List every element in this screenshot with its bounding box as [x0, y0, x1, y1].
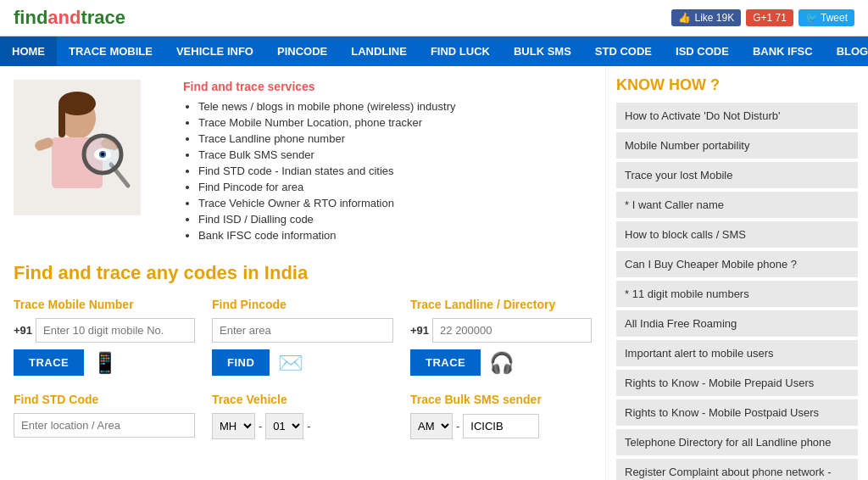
sidebar-link-item[interactable]: Trace your lost Mobile: [616, 162, 858, 188]
pincode-input[interactable]: [212, 318, 393, 343]
mobile-input-row: +91: [14, 318, 195, 343]
fb-icon: 👍: [678, 12, 691, 24]
landline-input-row: +91: [410, 318, 592, 343]
std-input-row: [14, 413, 195, 438]
content-area: Find and trace services Tele news / blog…: [0, 66, 605, 480]
woman-illustration: [14, 80, 141, 215]
logo-and: and: [47, 7, 81, 28]
nav-item-bank-ifsc[interactable]: BANK IFSC: [741, 36, 825, 66]
sidebar-link-item[interactable]: * I want Caller name: [616, 192, 858, 218]
hero-bullet-item: Find Pincode for area: [198, 181, 455, 193]
bulk-divider: -: [456, 420, 459, 433]
gplus-label: G+1 71: [753, 12, 787, 24]
hero-bullet-item: Trace Mobile Number Location, phone trac…: [198, 116, 455, 129]
bulk-prefix-select[interactable]: AM: [410, 413, 453, 439]
nav-item-bulk-sms[interactable]: BULK SMS: [502, 36, 583, 66]
sidebar-title: KNOW HOW ?: [616, 76, 858, 94]
bulk-sender-input[interactable]: [463, 414, 539, 438]
sidebar-link-item[interactable]: Telephone Directory for all Landline pho…: [616, 429, 858, 455]
trace-mobile-tool: Trace Mobile Number +91 TRACE 📱: [14, 298, 195, 376]
nav-item-home[interactable]: HOME: [0, 36, 57, 66]
pincode-input-row: [212, 318, 393, 343]
landline-btn-row: TRACE 🎧: [410, 349, 592, 376]
nav-item-isd-code[interactable]: ISD CODE: [664, 36, 741, 66]
nav-item-pincode[interactable]: PINCODE: [265, 36, 339, 66]
landline-prefix: +91: [410, 324, 429, 337]
social-buttons: 👍 Like 19K G+1 71 🐦 Tweet: [671, 9, 854, 26]
hero-bullet-item: Bank IFSC code information: [198, 229, 455, 242]
sidebar-link-item[interactable]: How to Activate 'Do Not Disturb': [616, 103, 858, 129]
sidebar-link-item[interactable]: All India Free Roaming: [616, 310, 858, 337]
tweet-icon: 🐦: [805, 12, 818, 24]
std-code-tool: Find STD Code: [14, 393, 195, 446]
facebook-like-button[interactable]: 👍 Like 19K: [671, 9, 741, 26]
logo-trace: trace: [81, 7, 125, 28]
hero-bullet-item: Trace Landline phone number: [198, 132, 455, 145]
nav-item-find-luck[interactable]: FIND LUCK: [419, 36, 502, 66]
landline-input[interactable]: [432, 318, 592, 343]
main-content: Find and trace services Tele news / blog…: [0, 66, 868, 480]
vehicle-input-row: MH - 01 -: [212, 413, 393, 439]
sidebar-link-item[interactable]: Register Complaint about phone network -…: [616, 459, 858, 480]
vehicle-divider: -: [259, 420, 262, 433]
tools-grid: Trace Mobile Number +91 TRACE 📱 Find Pin…: [14, 298, 592, 376]
hero-text: Find and trace services Tele news / blog…: [183, 80, 455, 245]
find-pincode-tool: Find Pincode FIND ✉️: [212, 298, 393, 376]
pincode-btn-row: FIND ✉️: [212, 349, 393, 376]
vehicle-divider2: -: [307, 420, 310, 433]
trace-mobile-title: Trace Mobile Number: [14, 298, 195, 311]
mobile-btn-row: TRACE 📱: [14, 349, 195, 376]
hero-bullets: Tele news / blogs in mobile phone (wirel…: [183, 100, 455, 242]
hero-image: [14, 80, 166, 245]
landline-title: Trace Landline / Directory: [410, 298, 592, 311]
trace-landline-button[interactable]: TRACE: [410, 349, 481, 376]
tweet-button[interactable]: 🐦 Tweet: [798, 9, 854, 26]
tools-grid-2: Find STD Code Trace Vehicle MH - 01 -: [14, 393, 592, 446]
tweet-label: Tweet: [821, 12, 848, 24]
nav-item-vehicle-info[interactable]: VEHICLE INFO: [164, 36, 265, 66]
bulk-sms-tool: Trace Bulk SMS sender AM -: [410, 393, 592, 446]
sidebar-link-item[interactable]: Important alert to mobile users: [616, 340, 858, 366]
vehicle-tool: Trace Vehicle MH - 01 -: [212, 393, 393, 446]
nav-item-trace-mobile[interactable]: TRACE MOBILE: [57, 36, 164, 66]
bulk-input-row: AM -: [410, 413, 592, 439]
hero-title: Find and trace services: [183, 80, 455, 93]
std-input[interactable]: [14, 413, 195, 438]
std-title: Find STD Code: [14, 393, 195, 406]
main-section-title: Find and trace any codes in India: [14, 262, 592, 284]
svg-point-12: [101, 153, 104, 156]
gplus-button[interactable]: G+1 71: [746, 9, 793, 26]
bulk-title: Trace Bulk SMS sender: [410, 393, 592, 406]
vehicle-title: Trace Vehicle: [212, 393, 393, 406]
nav-item-std-code[interactable]: STD CODE: [583, 36, 664, 66]
sidebar-link-item[interactable]: Can I Buy Cheaper Mobile phone ?: [616, 251, 858, 277]
header: findandtrace 👍 Like 19K G+1 71 🐦 Tweet: [0, 0, 868, 36]
pincode-mail-icon: ✉️: [278, 351, 303, 375]
trace-mobile-button[interactable]: TRACE: [14, 349, 84, 376]
nav-item-landline[interactable]: LANDLINE: [339, 36, 419, 66]
mobile-phone-icon: 📱: [92, 351, 118, 375]
vehicle-district-select[interactable]: 01: [265, 413, 303, 439]
landline-icon: 🎧: [489, 351, 515, 375]
sidebar-link-item[interactable]: * 11 digit mobile numbers: [616, 281, 858, 307]
trace-landline-tool: Trace Landline / Directory +91 TRACE 🎧: [410, 298, 592, 376]
nav: HOMETRACE MOBILEVEHICLE INFOPINCODELANDL…: [0, 36, 868, 66]
vehicle-state-select[interactable]: MH: [212, 413, 255, 439]
find-pincode-button[interactable]: FIND: [212, 349, 270, 376]
sidebar-link-item[interactable]: Rights to Know - Mobile Prepaid Users: [616, 370, 858, 396]
sidebar-link-item[interactable]: How to block calls / SMS: [616, 221, 858, 248]
mobile-prefix: +91: [14, 324, 32, 337]
sidebar-link-item[interactable]: Rights to Know - Mobile Postpaid Users: [616, 399, 858, 426]
fb-label: Like 19K: [694, 12, 734, 24]
mobile-number-input[interactable]: [36, 318, 195, 343]
hero-bullet-item: Tele news / blogs in mobile phone (wirel…: [198, 100, 455, 113]
hero-bullet-item: Find STD code - Indian states and cities: [198, 165, 455, 177]
nav-item-blog[interactable]: BLOG: [825, 36, 868, 66]
hero-bullet-item: Trace Bulk SMS sender: [198, 148, 455, 161]
pincode-title: Find Pincode: [212, 298, 393, 311]
sidebar: KNOW HOW ? How to Activate 'Do Not Distu…: [605, 66, 868, 480]
logo[interactable]: findandtrace: [14, 7, 125, 29]
hero-section: Find and trace services Tele news / blog…: [14, 80, 592, 245]
svg-rect-3: [58, 103, 65, 137]
sidebar-link-item[interactable]: Mobile Number portability: [616, 132, 858, 159]
